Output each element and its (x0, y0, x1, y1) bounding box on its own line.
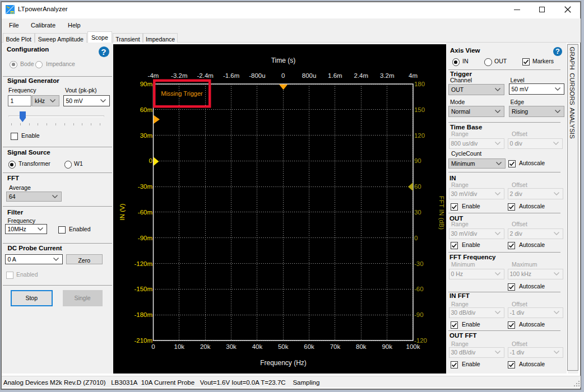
svg-text:150: 150 (414, 106, 425, 113)
svg-text:60: 60 (414, 183, 421, 190)
svg-text:0: 0 (151, 343, 155, 350)
svg-text:80k: 80k (356, 343, 367, 350)
svg-text:-120m: -120m (134, 260, 152, 267)
svg-text:30: 30 (414, 209, 421, 216)
svg-text:-210m: -210m (134, 337, 152, 344)
svg-text:120: 120 (414, 132, 425, 139)
svg-text:-30m: -30m (138, 183, 152, 190)
svg-text:-90: -90 (414, 311, 424, 318)
svg-text:20k: 20k (200, 343, 211, 350)
svg-text:Time (s): Time (s) (271, 57, 296, 64)
svg-text:30m: 30m (140, 132, 152, 139)
svg-text:-2.4m: -2.4m (197, 72, 214, 79)
svg-text:60k: 60k (304, 343, 314, 350)
svg-text:10k: 10k (174, 343, 185, 350)
svg-text:-60: -60 (414, 286, 424, 292)
svg-text:FFT IN (dB): FFT IN (dB) (438, 196, 445, 230)
svg-text:-120: -120 (414, 337, 427, 344)
svg-text:-150m: -150m (134, 286, 152, 292)
svg-text:-90m: -90m (138, 235, 152, 241)
svg-text:100k: 100k (406, 343, 420, 350)
svg-text:40k: 40k (252, 343, 263, 350)
svg-text:30k: 30k (226, 343, 237, 350)
svg-text:-1.6m: -1.6m (223, 72, 239, 79)
svg-text:-800u: -800u (249, 72, 265, 79)
svg-text:70k: 70k (330, 343, 341, 350)
svg-text:60m: 60m (140, 106, 152, 113)
svg-text:180: 180 (414, 81, 425, 87)
svg-text:Missing Trigger: Missing Trigger (161, 90, 203, 97)
svg-text:90: 90 (414, 157, 421, 164)
svg-text:-60m: -60m (138, 209, 152, 216)
svg-text:90k: 90k (382, 343, 392, 350)
svg-text:0: 0 (414, 235, 418, 241)
svg-text:1.6m: 1.6m (328, 72, 342, 79)
svg-text:3.2m: 3.2m (380, 72, 395, 79)
svg-text:-180m: -180m (134, 311, 152, 318)
svg-text:-4m: -4m (148, 72, 159, 79)
svg-text:90m: 90m (140, 81, 152, 87)
svg-text:0: 0 (281, 72, 285, 79)
svg-text:Frequency (Hz): Frequency (Hz) (260, 359, 307, 367)
svg-text:IN (V): IN (V) (119, 203, 126, 220)
svg-text:2.4m: 2.4m (354, 72, 369, 79)
svg-text:4m: 4m (409, 72, 418, 79)
svg-text:-30: -30 (414, 260, 424, 267)
svg-text:-3.2m: -3.2m (171, 72, 187, 79)
svg-text:50k: 50k (278, 343, 289, 350)
svg-text:800u: 800u (302, 72, 317, 79)
svg-text:0: 0 (149, 157, 152, 164)
